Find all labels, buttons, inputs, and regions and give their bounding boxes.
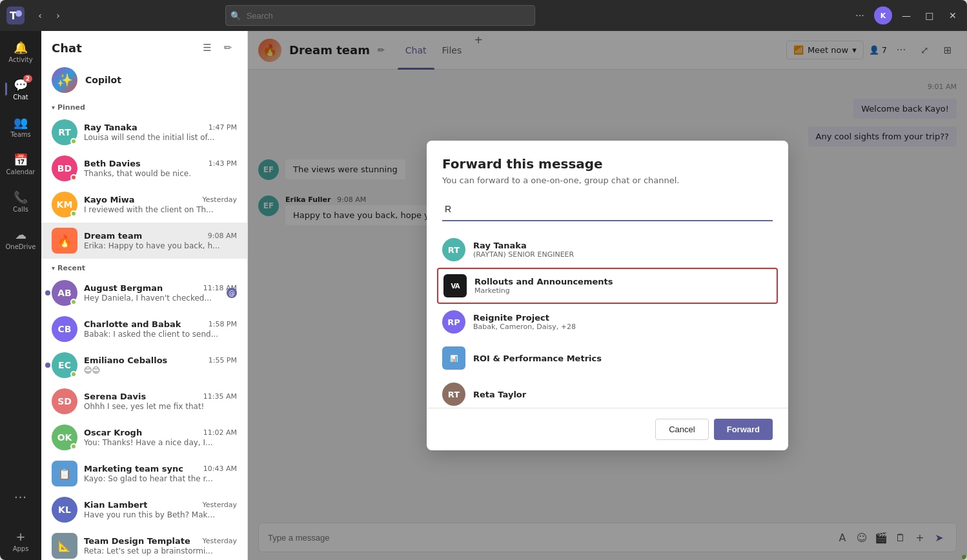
chat-item-beth[interactable]: BD Beth Davies 1:43 PM Thanks, that woul… [41,150,247,186]
minimize-btn[interactable]: — [897,6,915,25]
avatar-emiliano: EC [52,352,77,378]
compose-btn[interactable]: ✏ [219,39,237,57]
activity-icon: 🔔 [14,41,28,54]
unread-dot-emiliano [45,363,50,368]
teams-logo: T [5,5,26,26]
avatar-result-reta: RT [442,383,465,406]
sidebar-item-chat[interactable]: 💬 Chat 2 [5,71,36,107]
svg-text:T: T [10,10,17,22]
sidebar-item-more[interactable]: ··· [5,479,36,515]
search-icon: 🔍 [230,11,241,21]
teams-icon: 👥 [14,115,28,129]
avatar-august: AB [52,280,77,306]
cancel-button[interactable]: Cancel [655,419,708,440]
chat-sidebar-actions: ☰ ✏ [198,39,237,57]
chat-sidebar-header: Chat ☰ ✏ [41,31,247,62]
avatar-beth: BD [52,155,77,181]
chat-info-ray: Ray Tanaka 1:47 PM Louisa will send the … [84,123,237,142]
modal-overlay: Forward this message You can forward to … [248,31,967,560]
avatar-dream-team: 🔥 [52,228,77,254]
avatar-result-reignite: RP [442,310,465,334]
onedrive-icon: ☁ [15,228,26,241]
copilot-avatar: ✨ [52,67,77,93]
calendar-icon: 📅 [14,153,28,166]
sidebar-item-apps[interactable]: + Apps [5,523,36,559]
app-window: T ‹ › 🔍 ··· K — □ ✕ 🔔 [0,0,967,560]
chat-item-marketing[interactable]: 📋 Marketing team sync 10:43 AM Kayo: So … [41,455,247,492]
avatar-charlotte-babak: CB [52,316,77,342]
user-avatar[interactable]: K [874,6,892,25]
active-indicator [5,83,7,95]
avatar-marketing: 📋 [52,461,77,486]
title-bar: T ‹ › 🔍 ··· K — □ ✕ [0,0,967,31]
pinned-chevron-icon: ▾ [52,104,55,111]
chat-sidebar: Chat ☰ ✏ ✨ Copilot ▾ Pinned RT [41,31,248,560]
more-icon: ··· [14,490,27,504]
avatar-kian: KL [52,497,77,523]
avatar-kayo: KM [52,192,77,217]
chat-item-kayo[interactable]: KM Kayo Miwa Yesterday I reviewed with t… [41,186,247,223]
sidebar-item-calendar[interactable]: 📅 Calendar [5,146,36,182]
close-btn[interactable]: ✕ [944,6,962,25]
chat-item-emiliano[interactable]: EC Emiliano Ceballos 1:55 PM 😊😊 [41,347,247,383]
chat-item-dream-team[interactable]: 🔥 Dream team 9:08 AM Erika: Happy to hav… [41,223,247,259]
status-emiliano [70,371,77,377]
chat-badge: 2 [23,75,32,83]
calls-icon: 📞 [14,190,28,204]
avatar-oscar: OK [52,425,77,450]
chat-item-charlotte-babak[interactable]: CB Charlotte and Babak 1:58 PM Babak: I … [41,311,247,347]
result-rollouts[interactable]: VA Rollouts and Announcements Marketing [437,268,778,304]
copilot-name: Copilot [85,75,121,85]
title-bar-right: ··· K — □ ✕ [851,6,962,25]
result-ray-tanaka[interactable]: RT Ray Tanaka (RAYTAN) SENIOR ENGINEER [427,232,788,268]
sidebar-item-onedrive[interactable]: ☁ OneDrive [5,221,36,257]
modal-search [442,198,773,221]
chat-area: 🔥 Dream team ✏ Chat Files + 📶 Meet now [248,31,967,560]
status-beth [70,174,77,181]
chat-item-serena[interactable]: SD Serena Davis 11:35 AM Ohhh I see, yes… [41,383,247,419]
chat-item-kian[interactable]: KL Kian Lambert Yesterday Have you run t… [41,492,247,528]
result-reignite[interactable]: RP Reignite Project Babak, Cameron, Dais… [427,304,788,340]
avatar-result-ray: RT [442,238,465,261]
modal-title: Forward this message [442,156,773,172]
avatar-ray: RT [52,119,77,145]
chat-item-ray[interactable]: RT Ray Tanaka 1:47 PM Louisa will send t… [41,114,247,150]
search-input[interactable] [225,5,535,26]
sidebar-item-teams[interactable]: 👥 Teams [5,108,36,145]
sidebar-item-activity[interactable]: 🔔 Activity [5,34,36,70]
forward-search-input[interactable] [442,198,773,221]
result-roi[interactable]: 📊 ROI & Performance Metrics [427,340,788,376]
sidebar-item-calls[interactable]: 📞 Calls [5,183,36,219]
status-oscar [70,443,77,450]
chat-item-team-design[interactable]: 📐 Team Design Template Yesterday Reta: L… [41,528,247,560]
result-reta[interactable]: RT Reta Taylor [427,376,788,408]
nav-back-btn[interactable]: ‹ [31,6,49,25]
avatar-team-design: 📐 [52,533,77,559]
status-kayo [70,210,77,217]
avatar-result-rollouts: VA [443,274,467,297]
filter-btn[interactable]: ☰ [198,39,216,57]
apps-icon: + [15,530,25,543]
nav-forward-btn[interactable]: › [49,6,67,25]
copilot-item[interactable]: ✨ Copilot [41,62,247,98]
avatar-serena: SD [52,388,77,414]
recent-chevron-icon: ▾ [52,265,55,272]
modal-header: Forward this message You can forward to … [427,141,788,190]
status-august [70,299,77,305]
mention-badge-august: @ [227,288,237,298]
svg-rect-2 [15,10,22,17]
forward-modal: Forward this message You can forward to … [427,141,788,450]
pinned-section-label: ▾ Pinned [41,98,247,114]
modal-results: RT Ray Tanaka (RAYTAN) SENIOR ENGINEER V… [427,229,788,408]
title-bar-more-btn[interactable]: ··· [851,6,869,25]
unread-dot-august [45,290,50,295]
maximize-btn[interactable]: □ [921,6,939,25]
recent-section-label: ▾ Recent [41,259,247,275]
chat-item-oscar[interactable]: OK Oscar Krogh 11:02 AM You: Thanks! Hav… [41,419,247,455]
chat-sidebar-title: Chat [52,41,82,55]
icon-sidebar: 🔔 Activity 💬 Chat 2 👥 Teams 📅 Calendar 📞… [0,31,41,560]
modal-footer: Cancel Forward [427,408,788,450]
main-content: 🔔 Activity 💬 Chat 2 👥 Teams 📅 Calendar 📞… [0,31,967,560]
chat-item-august[interactable]: AB August Bergman 11:18 AM Hey Daniela, … [41,275,247,311]
forward-button[interactable]: Forward [714,419,773,440]
